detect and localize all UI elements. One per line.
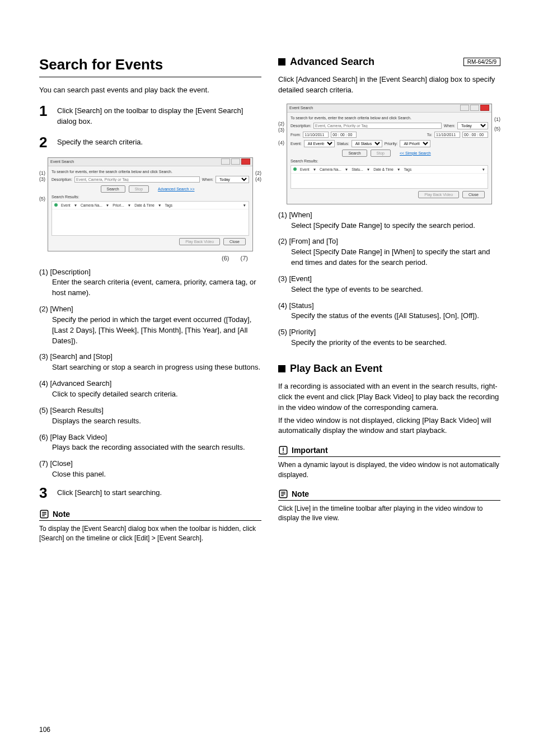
playback-text-1: If a recording is associated with an eve…: [278, 381, 500, 413]
callout-3: (3): [39, 177, 45, 182]
important-heading: Important: [292, 446, 328, 455]
note-text: To display the [Event Search] dialog box…: [39, 524, 261, 544]
square-bullet-icon: [278, 58, 285, 66]
priority-select[interactable]: All Priorities: [400, 140, 430, 147]
close-button-2[interactable]: Close: [462, 191, 485, 198]
status-label: Status:: [337, 142, 349, 146]
important-icon: [278, 445, 288, 455]
intro-text: You can search past events and play back…: [39, 85, 261, 96]
note-block: Note To display the [Event Search] dialo…: [39, 509, 261, 544]
result-indicator-icon: [54, 203, 58, 207]
dialog-prompt: To search for events, enter the search c…: [51, 170, 249, 174]
when-select-2[interactable]: Today: [457, 122, 488, 129]
callout-1: (1): [39, 171, 45, 176]
col-camera-2[interactable]: Camera Na...: [320, 167, 341, 171]
item-6-label: (6) [Play Back Video]: [39, 433, 107, 441]
search-button-2[interactable]: Search: [342, 150, 367, 157]
note-heading: Note: [53, 510, 70, 519]
play-back-video-button[interactable]: Play Back Video: [179, 238, 220, 245]
page-number: 106: [39, 726, 50, 734]
stop-button[interactable]: Stop: [129, 185, 149, 193]
callout-5: (5): [39, 197, 45, 202]
item-5-label: (5) [Search Results]: [39, 406, 104, 414]
screenshot-advanced-search: (2) (3) (4) Event Search To search for e…: [278, 104, 500, 204]
playback-heading: Play Back an Event: [278, 363, 500, 375]
window-buttons-2[interactable]: [460, 105, 489, 111]
ritem-3-desc: Select the type of events to be searched…: [291, 284, 500, 295]
step-num-3: 3: [39, 486, 51, 500]
item-2-desc: Specify the period in which the target e…: [52, 315, 261, 347]
col-tags-2[interactable]: Tags: [404, 167, 411, 171]
when-label-2: When:: [444, 124, 455, 128]
playback-title: Play Back an Event: [290, 363, 382, 375]
close-button[interactable]: Close: [223, 238, 246, 245]
ritem-1-label: (1) [When]: [278, 211, 312, 219]
advanced-intro: Click [Advanced Search] in the [Event Se…: [278, 74, 500, 96]
col-date-2[interactable]: Date & Time: [373, 167, 394, 171]
item-7-desc: Close this panel.: [52, 469, 261, 480]
result-indicator-icon-2: [293, 167, 297, 171]
step-1: 1 Click [Search] on the toolbar to displ…: [39, 104, 261, 127]
ritem-4-label: (4) [Status]: [278, 301, 314, 310]
dialog-title: Event Search: [50, 160, 74, 164]
to-date[interactable]: 11/10/2011: [434, 132, 460, 138]
item-3-label: (3) [Search] and [Stop]: [39, 352, 113, 361]
simple-search-link[interactable]: << Simple Search: [394, 150, 437, 156]
col-event[interactable]: Event: [61, 203, 71, 207]
priority-label: Priority:: [385, 142, 398, 146]
from-date[interactable]: 11/10/2011: [303, 132, 329, 138]
status-select[interactable]: All Statuses: [352, 140, 382, 147]
important-text: When a dynamic layout is displayed, the …: [278, 460, 500, 480]
when-label: When:: [202, 178, 213, 181]
to-time[interactable]: 00 : 00 : 00: [462, 132, 488, 138]
callout-r5: (5): [494, 127, 500, 132]
col-date[interactable]: Date & Time: [134, 203, 154, 207]
svg-rect-6: [283, 452, 284, 453]
col-camera[interactable]: Camera Na...: [81, 203, 102, 207]
item-4-desc: Click to specify detailed search criteri…: [52, 389, 261, 400]
item-4-label: (4) [Advanced Search]: [39, 379, 111, 388]
ritem-4-desc: Specify the status of the events ([All S…: [291, 311, 500, 321]
callout-r3: (3): [278, 128, 284, 133]
note-icon-2: [278, 489, 288, 499]
event-select[interactable]: All Events: [304, 140, 335, 147]
item-3-desc: Start searching or stop a search in prog…: [52, 362, 261, 373]
callout-r4: (4): [278, 141, 284, 146]
step-num-2: 2: [39, 135, 51, 150]
ritem-5-desc: Specify the priority of the events to be…: [291, 338, 500, 348]
description-label: Description:: [51, 178, 72, 181]
note-icon: [39, 509, 49, 519]
dialog-title-2: Event Search: [289, 106, 313, 110]
callout-r1: (1): [494, 117, 500, 122]
note-heading-2: Note: [292, 489, 309, 498]
description-label-2: Description:: [291, 124, 311, 128]
col-tags[interactable]: Tags: [165, 203, 172, 207]
ritem-3-label: (3) [Event]: [278, 274, 312, 283]
advanced-search-link[interactable]: Advanced Search >>: [152, 186, 200, 192]
results-label-2: Search Results:: [291, 159, 488, 163]
callout-2: (2): [255, 171, 261, 176]
search-button[interactable]: Search: [101, 185, 125, 193]
window-buttons[interactable]: [221, 158, 250, 165]
ritem-2-label: (2) [From] and [To]: [278, 237, 338, 245]
page-title: Search for Events: [39, 56, 261, 77]
stop-button-2[interactable]: Stop: [371, 150, 391, 157]
description-input[interactable]: [74, 176, 200, 183]
svg-rect-5: [283, 448, 284, 451]
results-area-2: Event▼ Camera Na...▼ Statu...▼ Date & Ti…: [291, 165, 488, 189]
col-event-2[interactable]: Event: [300, 167, 310, 171]
col-status-2[interactable]: Statu...: [352, 167, 363, 171]
step-text-3: Click [Search] to start searching.: [57, 486, 162, 498]
item-1-desc: Enter the search criteria (event, camera…: [52, 277, 261, 298]
event-label: Event:: [291, 142, 302, 146]
from-time[interactable]: 00 : 00 : 00: [331, 132, 357, 138]
col-priority[interactable]: Priori...: [113, 203, 124, 207]
description-input-2[interactable]: [313, 123, 442, 129]
square-bullet-icon-2: [278, 365, 285, 372]
play-back-video-button-2[interactable]: Play Back Video: [418, 191, 459, 198]
important-block: Important When a dynamic layout is displ…: [278, 445, 500, 480]
step-2: 2 Specify the search criteria.: [39, 135, 261, 150]
callout-7: (7): [241, 255, 248, 262]
callout-4: (4): [255, 177, 261, 182]
when-select[interactable]: Today: [216, 176, 249, 183]
